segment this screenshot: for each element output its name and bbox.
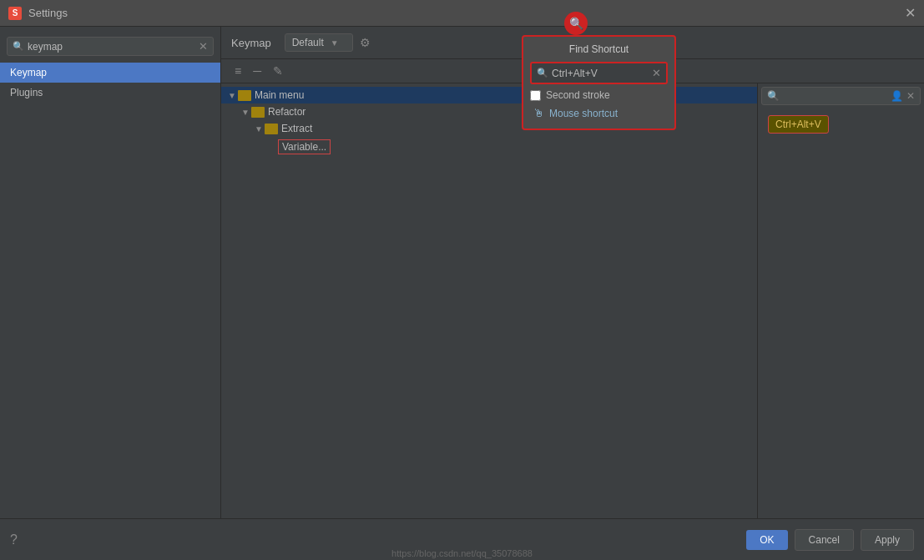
second-stroke-row: Second stroke xyxy=(530,89,668,101)
cancel-button[interactable]: Cancel xyxy=(795,529,854,551)
folder-icon xyxy=(238,90,251,101)
sidebar-item-keymap[interactable]: Keymap xyxy=(0,63,220,83)
window-title: Settings xyxy=(28,7,68,19)
find-shortcut-popup: Find Shortcut 🔍 Ctrl+Alt+V ✕ Second stro… xyxy=(522,35,676,130)
sidebar-search-clear-button[interactable]: ✕ xyxy=(199,40,208,53)
right-panel: 🔍 👤 ✕ Ctrl+Alt+V xyxy=(757,83,924,518)
node-label-extract: Extract xyxy=(281,123,312,134)
sidebar-item-plugins[interactable]: Plugins xyxy=(0,83,220,103)
node-label-main-menu: Main menu xyxy=(255,89,304,101)
sidebar-search-box[interactable]: 🔍 ✕ xyxy=(7,37,214,56)
shortcut-badge: Ctrl+Alt+V xyxy=(768,115,829,134)
sidebar-search-input[interactable] xyxy=(28,41,199,53)
node-label-variable: Variable... xyxy=(278,139,331,154)
tree-node-main-menu[interactable]: ▼ Main menu xyxy=(221,87,757,103)
ok-button[interactable]: OK xyxy=(746,530,787,550)
search-icon: 🔍 xyxy=(13,41,24,52)
mouse-shortcut-row[interactable]: 🖱 Mouse shortcut xyxy=(530,104,668,122)
close-button[interactable]: ✕ xyxy=(905,5,916,21)
app-icon: S xyxy=(8,7,22,20)
right-user-icon[interactable]: 👤 xyxy=(891,90,903,102)
find-shortcut-input-value: Ctrl+Alt+V xyxy=(552,68,652,79)
node-label-refactor: Refactor xyxy=(268,106,305,118)
tree-node-variable[interactable]: Variable... xyxy=(221,137,757,157)
bottom-bar: ? OK Cancel Apply xyxy=(0,518,924,560)
tree-node-extract[interactable]: ▼ Extract xyxy=(221,120,757,137)
find-shortcut-search-icon: 🔍 xyxy=(537,68,548,78)
filter-button[interactable]: ≡ xyxy=(231,63,245,79)
second-stroke-checkbox[interactable] xyxy=(530,90,541,101)
right-close-icon[interactable]: ✕ xyxy=(906,90,915,102)
find-shortcut-input-box[interactable]: 🔍 Ctrl+Alt+V ✕ xyxy=(530,62,668,84)
edit-button[interactable]: ✎ xyxy=(270,63,286,79)
folder-icon-extract xyxy=(265,124,278,134)
find-shortcut-trigger-icon: 🔍 xyxy=(569,17,583,30)
main-layout: 🔍 ✕ Keymap Plugins Keymap Default ▼ ⚙ ≡ … xyxy=(0,27,924,518)
second-stroke-label: Second stroke xyxy=(546,89,610,101)
apply-button[interactable]: Apply xyxy=(861,529,914,551)
profile-dropdown[interactable]: Default ▼ xyxy=(285,33,353,52)
right-search-input[interactable] xyxy=(783,90,887,102)
title-bar: S Settings ✕ xyxy=(0,0,924,27)
tree-node-refactor[interactable]: ▼ Refactor xyxy=(221,103,757,120)
mouse-shortcut-label: Mouse shortcut xyxy=(549,108,618,119)
tree-area: ▼ Main menu ▼ Refactor ▼ Extract xyxy=(221,83,924,518)
tree-panel: ▼ Main menu ▼ Refactor ▼ Extract xyxy=(221,83,757,518)
folder-icon-refactor xyxy=(251,107,265,118)
find-shortcut-title: Find Shortcut xyxy=(530,43,668,55)
sidebar: 🔍 ✕ Keymap Plugins xyxy=(0,27,221,518)
mouse-icon: 🖱 xyxy=(533,107,544,119)
collapse-button[interactable]: ─ xyxy=(250,63,265,79)
help-button[interactable]: ? xyxy=(10,532,18,547)
find-shortcut-trigger-button[interactable]: 🔍 xyxy=(564,12,588,35)
right-search-icon: 🔍 xyxy=(767,90,780,102)
find-shortcut-clear-button[interactable]: ✕ xyxy=(652,67,661,79)
right-panel-search-box[interactable]: 🔍 👤 ✕ xyxy=(761,87,921,105)
gear-button[interactable]: ⚙ xyxy=(360,36,371,49)
keymap-section-title: Keymap xyxy=(231,37,271,49)
